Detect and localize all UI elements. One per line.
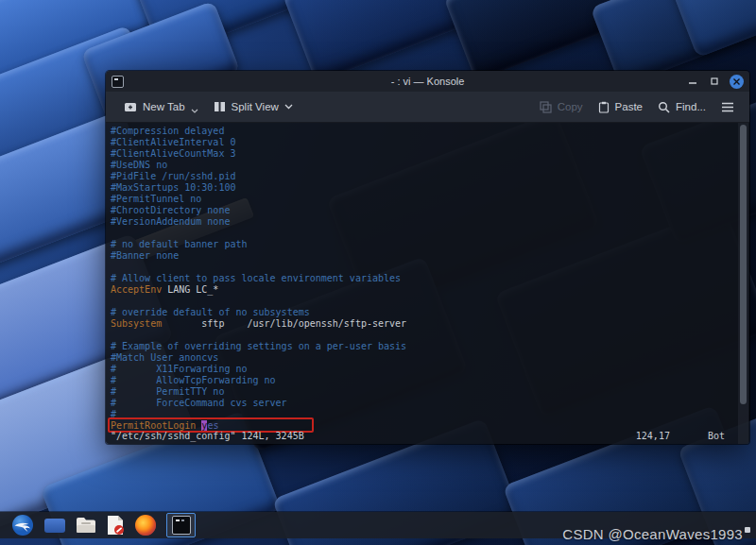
terminal-line: # X11Forwarding no <box>111 364 727 375</box>
terminal-text-segment: # no default banner path <box>111 239 248 249</box>
terminal-line <box>111 262 727 273</box>
desktop: - : vi — Konsole New Tab <box>0 0 756 545</box>
terminal-text-segment: # override default of no subsystems <box>111 307 310 317</box>
maximize-button[interactable] <box>708 75 721 88</box>
window-controls <box>686 75 744 89</box>
terminal-line: #Compression delayed <box>111 126 727 137</box>
firefox-icon <box>135 515 156 536</box>
watermark: CSDN @OceanWaves1993 <box>562 526 750 542</box>
folder-icon <box>76 517 96 534</box>
terminal-line: #ClientAliveInterval 0 <box>111 137 727 148</box>
paste-button[interactable]: Paste <box>593 97 648 117</box>
terminal-text-segment: #VersionAddendum none <box>111 216 230 227</box>
terminal-text-segment: #ClientAliveCountMax 3 <box>111 148 235 159</box>
terminal-text-segment: #PidFile /run/sshd.pid <box>111 171 235 181</box>
virtual-desktop-icon <box>44 519 65 533</box>
terminal-text-segment: # AllowTcpForwarding no <box>111 375 276 385</box>
wallpaper-cube <box>669 0 756 58</box>
watermark-text: CSDN @OceanWaves1993 <box>562 526 743 542</box>
terminal-line <box>111 228 727 239</box>
terminal-text-segment: #Match User anoncvs <box>111 352 218 363</box>
paste-icon <box>598 101 610 113</box>
paste-label: Paste <box>615 101 643 112</box>
terminal-area[interactable]: #Compression delayed#ClientAliveInterval… <box>106 123 749 444</box>
toolbar: New Tab Split View Copy Paste Find... <box>106 92 749 123</box>
konsole-task-icon <box>172 516 191 535</box>
terminal-text-segment: #MaxStartups 10:30:100 <box>111 182 235 193</box>
copy-button[interactable]: Copy <box>534 97 589 117</box>
terminal-line: #UseDNS no <box>111 160 727 171</box>
close-button[interactable] <box>730 75 744 89</box>
taskbar-pager[interactable] <box>44 519 65 533</box>
window-title: - : vi — Konsole <box>106 76 749 87</box>
terminal-line: #Match User anoncvs <box>111 352 727 364</box>
terminal-text-segment: # ForceCommand cvs server <box>111 398 287 408</box>
kali-logo-icon <box>11 514 34 536</box>
close-icon <box>732 77 741 86</box>
terminal-text-segment: PermitRootLogin <box>111 420 196 431</box>
terminal-text-segment: # PermitTTY no <box>111 386 224 397</box>
terminal-text-segment: #ChrootDirectory none <box>111 205 230 215</box>
terminal-line: # no default banner path <box>111 239 727 250</box>
taskbar-file-manager-button[interactable] <box>76 517 96 534</box>
terminal-line: # Example of overriding settings on a pe… <box>111 341 727 352</box>
status-scroll-indicator: Bot <box>708 431 725 442</box>
document-icon <box>107 515 125 536</box>
wallpaper-cube <box>443 0 643 81</box>
scrollbar-thumb[interactable] <box>740 125 747 404</box>
watermark-badge-icon <box>745 527 750 533</box>
terminal-line: Subsystem sftp /usr/lib/openssh/sftp-ser… <box>111 318 727 330</box>
split-view-button[interactable]: Split View <box>208 97 299 116</box>
terminal-text-segment: # X11Forwarding no <box>111 364 248 374</box>
titlebar[interactable]: - : vi — Konsole <box>106 71 749 92</box>
taskbar-text-editor-button[interactable] <box>107 515 125 536</box>
hamburger-menu-button[interactable] <box>715 98 740 116</box>
terminal-line: # ForceCommand cvs server <box>111 398 727 409</box>
terminal-line: # override default of no subsystems <box>111 307 727 318</box>
status-file-info: "/etc/ssh/sshd_config" 124L, 3245B <box>111 431 304 442</box>
vi-status-line: "/etc/ssh/sshd_config" 124L, 3245B 124,1… <box>111 431 727 442</box>
terminal-text-segment: #UseDNS no <box>111 160 167 170</box>
split-view-chevron-icon <box>284 104 293 110</box>
terminal-text-segment: Subsystem <box>111 318 162 329</box>
terminal-line: #PidFile /run/sshd.pid <box>111 171 727 182</box>
terminal-text-segment: #Compression delayed <box>111 126 224 136</box>
wallpaper-cube <box>132 0 317 58</box>
minimize-icon <box>688 77 697 86</box>
terminal-line: # Allow client to pass locale environmen… <box>111 273 727 284</box>
terminal-line: # PermitTTY no <box>111 386 727 398</box>
copy-icon <box>540 101 552 113</box>
taskbar-firefox-button[interactable] <box>135 515 156 536</box>
terminal-text-segment: #ClientAliveInterval 0 <box>111 137 235 147</box>
split-view-label: Split View <box>232 101 279 112</box>
terminal-line: #PermitTunnel no <box>111 194 727 205</box>
find-button[interactable]: Find... <box>652 97 712 117</box>
new-tab-button[interactable]: New Tab <box>118 97 204 117</box>
terminal-text-segment: # Example of overriding settings on a pe… <box>111 341 406 351</box>
minimize-button[interactable] <box>686 75 699 88</box>
terminal-text-segment: LANG LC_* <box>162 284 218 295</box>
terminal-lines: #Compression delayed#ClientAliveInterval… <box>111 126 727 432</box>
terminal-line <box>111 330 727 341</box>
terminal-line: #Banner none <box>111 250 727 262</box>
terminal-line: #VersionAddendum none <box>111 216 727 228</box>
new-tab-icon <box>124 101 137 113</box>
maximize-icon <box>710 77 719 86</box>
terminal-text-segment: es <box>207 420 218 431</box>
terminal-line: # AllowTcpForwarding no <box>111 375 727 386</box>
new-tab-dropdown-chevron-icon <box>191 109 198 113</box>
terminal-line: AcceptEnv LANG LC_* <box>111 284 727 296</box>
scrollbar[interactable] <box>738 123 748 444</box>
hamburger-menu-icon <box>721 102 734 112</box>
status-cursor-position: 124,17 <box>636 431 670 442</box>
terminal-line: #ChrootDirectory none <box>111 205 727 216</box>
terminal-text-segment: sftp /usr/lib/openssh/sftp-server <box>162 318 406 329</box>
terminal-text-segment: #Banner none <box>111 250 179 261</box>
terminal-text-segment: # Allow client to pass locale environmen… <box>111 273 401 283</box>
taskbar-kali-menu-button[interactable] <box>11 514 34 536</box>
terminal-text-segment: AcceptEnv <box>111 284 162 295</box>
konsole-app-icon <box>112 76 124 88</box>
split-view-icon <box>214 101 226 112</box>
taskbar-konsole-task-button[interactable] <box>166 513 196 537</box>
terminal-line: #ClientAliveCountMax 3 <box>111 148 727 160</box>
